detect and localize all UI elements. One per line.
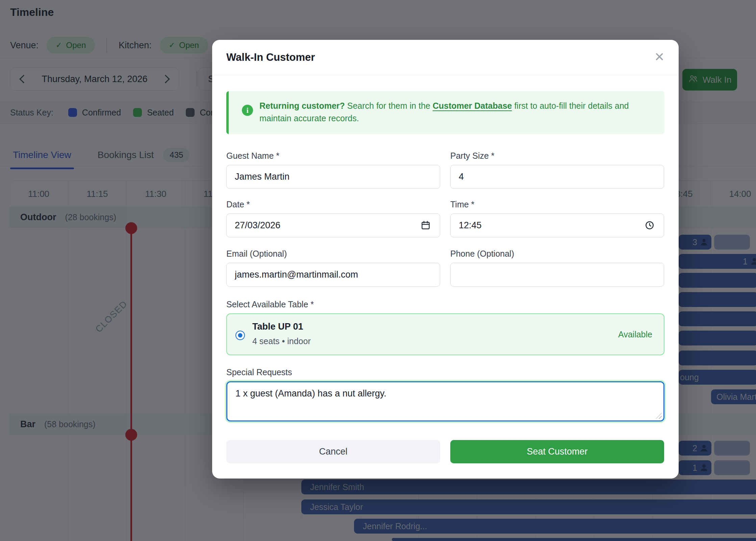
banner-text: Returning customer? Search for them in t… xyxy=(259,100,653,125)
party-size-label: Party Size * xyxy=(450,151,495,161)
party-size-field[interactable] xyxy=(450,165,664,189)
banner-text-segment: first to auto-fill their details and xyxy=(512,101,629,110)
table-option-card[interactable]: Table UP 01 4 seats • indoor Available xyxy=(226,313,664,355)
modal-header-divider xyxy=(212,75,679,75)
cancel-button[interactable]: Cancel xyxy=(226,440,440,463)
customer-database-link[interactable]: Customer Database xyxy=(433,101,512,110)
time-label: Time * xyxy=(450,200,474,209)
phone-label: Phone (Optional) xyxy=(450,249,514,259)
clock-icon[interactable] xyxy=(645,220,655,230)
phone-field[interactable] xyxy=(450,263,664,287)
date-label: Date * xyxy=(226,200,250,209)
banner-text-segment: Search for them in the xyxy=(345,101,433,110)
app-root: Timeline Venue: ✓ Open Kitchen: ✓ Open T… xyxy=(0,0,756,541)
guest-name-field[interactable] xyxy=(226,165,440,189)
banner-text-segment: maintain accurate records. xyxy=(259,113,359,123)
table-details: 4 seats • indoor xyxy=(252,336,311,346)
table-radio-selected[interactable] xyxy=(235,331,245,340)
select-table-label: Select Available Table * xyxy=(226,300,314,309)
special-requests-label: Special Requests xyxy=(226,367,292,377)
guest-name-label: Guest Name * xyxy=(226,151,279,161)
time-field[interactable] xyxy=(450,213,664,237)
modal-title: Walk-In Customer xyxy=(226,51,315,63)
close-icon[interactable]: × xyxy=(650,47,669,66)
info-icon: i xyxy=(242,105,253,116)
walk-in-modal: Walk-In Customer × i Returning customer?… xyxy=(212,40,679,479)
email-label: Email (Optional) xyxy=(226,249,287,259)
calendar-icon[interactable] xyxy=(421,220,431,230)
table-name: Table UP 01 xyxy=(252,321,303,332)
date-field[interactable] xyxy=(226,213,440,237)
table-availability-badge: Available xyxy=(618,330,652,339)
returning-customer-banner: i Returning customer? Search for them in… xyxy=(226,91,664,134)
banner-bold-text: Returning customer? xyxy=(259,101,345,110)
banner-accent-bar xyxy=(226,91,229,134)
radio-dot xyxy=(238,333,243,338)
email-field[interactable] xyxy=(226,263,440,287)
seat-customer-button[interactable]: Seat Customer xyxy=(450,440,664,463)
special-requests-field[interactable]: 1 x guest (Amanda) has a nut allergy. xyxy=(226,381,664,421)
